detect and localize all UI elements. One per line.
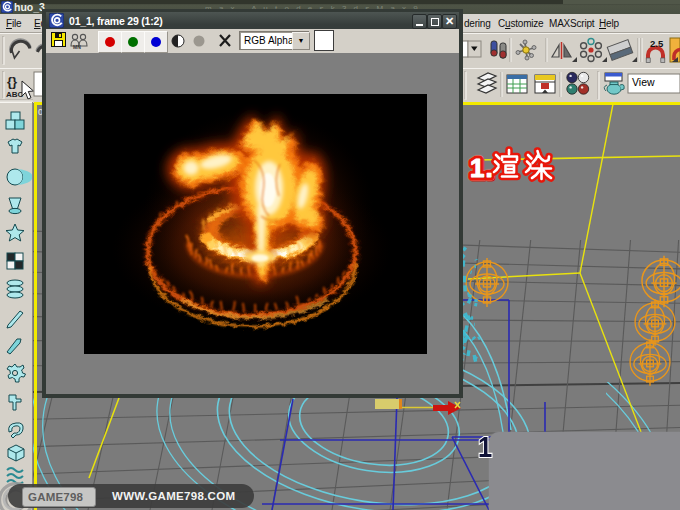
- svg-text:1.: 1.: [470, 153, 494, 183]
- svg-text:ABC: ABC: [6, 90, 24, 99]
- svg-text:MN: MN: [73, 44, 81, 50]
- svg-text:{}: {}: [7, 74, 17, 89]
- svg-text:View: View: [632, 76, 655, 88]
- svg-text:2.5: 2.5: [650, 38, 664, 49]
